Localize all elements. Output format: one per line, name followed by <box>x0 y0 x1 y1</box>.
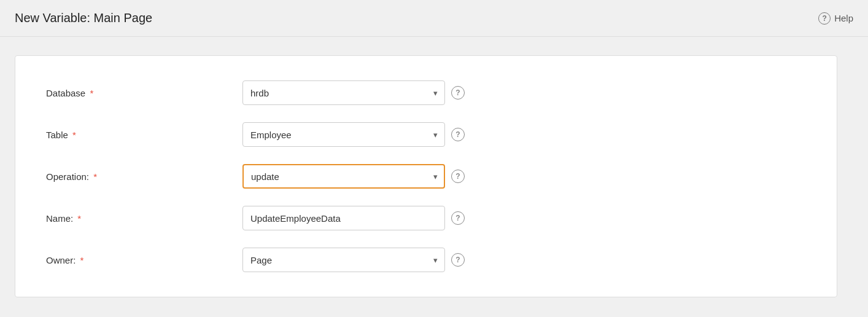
database-label: Database * <box>46 88 242 98</box>
help-button[interactable]: ? Help <box>818 12 853 25</box>
table-row: Table * Employee ▾ ? <box>46 122 806 147</box>
owner-row: Owner: * Page App ▾ ? <box>46 248 806 272</box>
form-card: Database * hrdb ▾ ? Table * Empl <box>15 55 837 297</box>
name-help-icon[interactable]: ? <box>451 211 465 225</box>
database-required-star: * <box>90 88 93 98</box>
operation-select[interactable]: update insert delete read <box>242 164 445 189</box>
operation-select-wrapper: update insert delete read ▾ <box>242 164 445 189</box>
owner-select-wrapper: Page App ▾ <box>242 248 445 272</box>
name-row: Name: * ? <box>46 206 806 230</box>
name-label: Name: * <box>46 213 242 224</box>
database-row: Database * hrdb ▾ ? <box>46 80 806 105</box>
operation-control-wrap: update insert delete read ▾ ? <box>242 164 806 189</box>
name-required-star: * <box>77 213 81 224</box>
owner-help-icon[interactable]: ? <box>451 253 465 267</box>
name-control-wrap: ? <box>242 206 806 230</box>
owner-required-star: * <box>80 255 84 265</box>
database-select[interactable]: hrdb <box>242 80 445 105</box>
operation-row: Operation: * update insert delete read ▾… <box>46 164 806 189</box>
database-select-wrapper: hrdb ▾ <box>242 80 445 105</box>
table-help-icon[interactable]: ? <box>451 128 465 141</box>
table-select-wrapper: Employee ▾ <box>242 122 445 147</box>
owner-label: Owner: * <box>46 255 242 265</box>
operation-help-icon[interactable]: ? <box>451 170 465 183</box>
main-content: Database * hrdb ▾ ? Table * Empl <box>0 37 868 316</box>
operation-label: Operation: * <box>46 171 242 182</box>
operation-required-star: * <box>93 171 97 182</box>
page-header: New Variable: Main Page ? Help <box>0 0 868 37</box>
owner-control-wrap: Page App ▾ ? <box>242 248 806 272</box>
owner-select[interactable]: Page App <box>242 248 445 272</box>
database-help-icon[interactable]: ? <box>451 86 465 100</box>
name-input[interactable] <box>242 206 445 230</box>
table-control-wrap: Employee ▾ ? <box>242 122 806 147</box>
help-circle-icon: ? <box>818 12 831 25</box>
table-select[interactable]: Employee <box>242 122 445 147</box>
help-label: Help <box>834 13 853 23</box>
table-required-star: * <box>72 130 76 140</box>
table-label: Table * <box>46 130 242 140</box>
page-title: New Variable: Main Page <box>15 11 152 25</box>
database-control-wrap: hrdb ▾ ? <box>242 80 806 105</box>
